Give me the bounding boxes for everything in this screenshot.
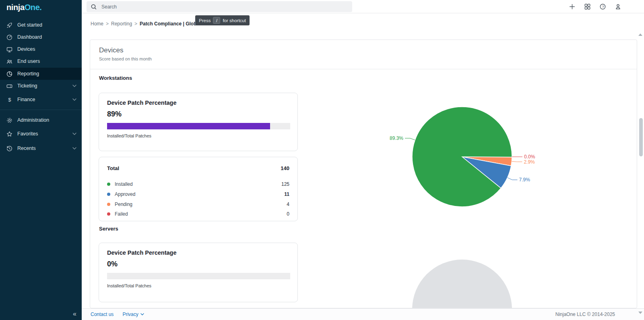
- status-dot: [107, 203, 110, 206]
- search-input[interactable]: [101, 4, 328, 10]
- global-search[interactable]: [87, 1, 352, 12]
- workstations-heading: Workstations: [99, 75, 132, 81]
- chevron-down-icon: [140, 313, 144, 316]
- sidebar-item-dashboard[interactable]: Dashboard: [0, 31, 82, 43]
- svg-text:89.3%: 89.3%: [390, 135, 403, 141]
- user-icon[interactable]: [615, 3, 621, 10]
- table-row: Pending 4: [107, 202, 289, 207]
- topbar-icons: ?: [569, 0, 621, 13]
- row-value: 0: [287, 211, 289, 217]
- sidebar-item-label: Favorites: [17, 131, 38, 137]
- table-row: Approved 11: [107, 191, 289, 197]
- search-icon: [91, 4, 97, 10]
- patch-percentage-value: 0%: [107, 260, 118, 268]
- report-card: Devices Score based on this month Workst…: [90, 39, 637, 308]
- gear-icon: [6, 117, 13, 124]
- sidebar-item-favorites[interactable]: Favorites: [0, 128, 82, 140]
- svg-text:$: $: [8, 97, 11, 103]
- sidebar-item-label: End users: [17, 58, 40, 64]
- row-value: 125: [281, 181, 289, 187]
- breadcrumb-home[interactable]: Home: [91, 21, 103, 27]
- sidebar-item-finance[interactable]: $ Finance: [0, 94, 82, 106]
- svg-text:2.9%: 2.9%: [524, 159, 535, 165]
- ninjaone-logo[interactable]: ninjaOne.: [6, 3, 42, 12]
- row-label: Installed: [115, 181, 281, 187]
- svg-text:7.9%: 7.9%: [519, 177, 530, 183]
- scrollbar-up-arrow[interactable]: [638, 33, 642, 36]
- pie-chart-icon: [6, 71, 13, 77]
- dollar-icon: $: [6, 96, 13, 103]
- scrollbar-thumb[interactable]: [639, 118, 643, 156]
- footer: Contact us Privacy NinjaOne LLC © 2014-2…: [82, 308, 644, 320]
- status-dot: [107, 212, 110, 216]
- sidebar-item-get-started[interactable]: Get started: [0, 19, 82, 31]
- sidebar-item-reporting[interactable]: Reporting: [0, 68, 82, 80]
- sidebar-item-label: Devices: [17, 46, 35, 52]
- totals-title: Total: [107, 165, 119, 171]
- sidebar-collapse-button[interactable]: «: [73, 310, 76, 318]
- header-divider: [90, 69, 637, 69]
- sidebar-item-ticketing[interactable]: Ticketing: [0, 80, 82, 92]
- chevron-down-icon: [72, 98, 76, 101]
- sidebar-item-label: Ticketing: [17, 83, 37, 89]
- contact-us-link[interactable]: Contact us: [91, 312, 114, 317]
- sidebar-item-administration[interactable]: Administration: [0, 114, 82, 126]
- topbar: ?: [82, 0, 644, 13]
- table-row: Failed 0: [107, 211, 289, 217]
- footer-links: Contact us Privacy: [91, 309, 144, 320]
- row-label: Failed: [115, 211, 287, 217]
- ticket-icon: [6, 83, 13, 89]
- users-icon: [6, 58, 13, 65]
- slash-key-badge: /: [213, 17, 220, 24]
- row-label: Approved: [115, 191, 284, 197]
- sidebar-item-devices[interactable]: Devices: [0, 43, 82, 55]
- tooltip-text: Press: [199, 18, 211, 23]
- status-dot: [107, 193, 110, 196]
- status-dot: [107, 183, 110, 186]
- workstations-patch-percentage-card: Device Patch Percentage 89% Installed/To…: [99, 93, 298, 151]
- chevron-down-icon: [72, 85, 76, 87]
- patch-progress-bar: [107, 273, 290, 279]
- card-caption: Installed/Total Patches: [107, 133, 151, 138]
- workstations-totals-card: Total 140 Installed 125 Approved 11 Pend…: [99, 157, 298, 221]
- chevron-down-icon: [72, 133, 76, 135]
- servers-patch-percentage-card: Device Patch Percentage 0% Installed/Tot…: [99, 243, 298, 302]
- help-icon[interactable]: ?: [599, 3, 606, 10]
- gauge-icon: [6, 34, 13, 41]
- sidebar-item-end-users[interactable]: End users: [0, 55, 82, 67]
- tooltip-text: for shortcut: [223, 18, 246, 23]
- sidebar-item-label: Get started: [17, 22, 42, 28]
- link-label: Privacy: [122, 312, 138, 317]
- link-label: Contact us: [91, 312, 114, 317]
- totals-value: 140: [281, 165, 289, 171]
- workstations-pie-chart: 0.0%2.9%7.9%89.3%: [355, 101, 556, 212]
- breadcrumb-current: Patch Compliance | Global: [140, 21, 200, 27]
- page-subtitle: Score based on this month: [99, 56, 152, 61]
- logo-text-primary: ninja: [6, 3, 25, 12]
- logo-text-accent: One.: [25, 3, 42, 12]
- rocket-icon: [6, 22, 13, 29]
- breadcrumb: Home > Reporting > Patch Compliance | Gl…: [91, 21, 200, 27]
- chevron-down-icon: [72, 147, 76, 150]
- scrollbar-down-arrow[interactable]: [638, 312, 642, 314]
- totals-header: Total 140: [107, 165, 289, 171]
- patch-progress-bar: [107, 123, 290, 129]
- sidebar-item-label: Dashboard: [17, 34, 42, 40]
- table-row: Installed 125: [107, 181, 289, 187]
- servers-heading: Servers: [99, 226, 118, 232]
- sidebar-item-label: Reporting: [17, 71, 39, 77]
- plus-icon[interactable]: [569, 3, 576, 10]
- privacy-link[interactable]: Privacy: [122, 312, 144, 317]
- row-label: Pending: [115, 202, 287, 207]
- row-value: 11: [284, 191, 289, 197]
- svg-text:?: ?: [602, 4, 604, 9]
- sidebar-item-recents[interactable]: Recents: [0, 142, 82, 154]
- sidebar-item-label: Administration: [17, 117, 49, 123]
- servers-pie-chart: [412, 260, 513, 308]
- apps-grid-icon[interactable]: [584, 3, 591, 10]
- breadcrumb-reporting[interactable]: Reporting: [111, 21, 132, 27]
- sidebar-item-label: Finance: [17, 97, 35, 102]
- sidebar-divider: [0, 110, 82, 110]
- monitor-icon: [6, 46, 13, 53]
- breadcrumb-separator: >: [103, 21, 111, 27]
